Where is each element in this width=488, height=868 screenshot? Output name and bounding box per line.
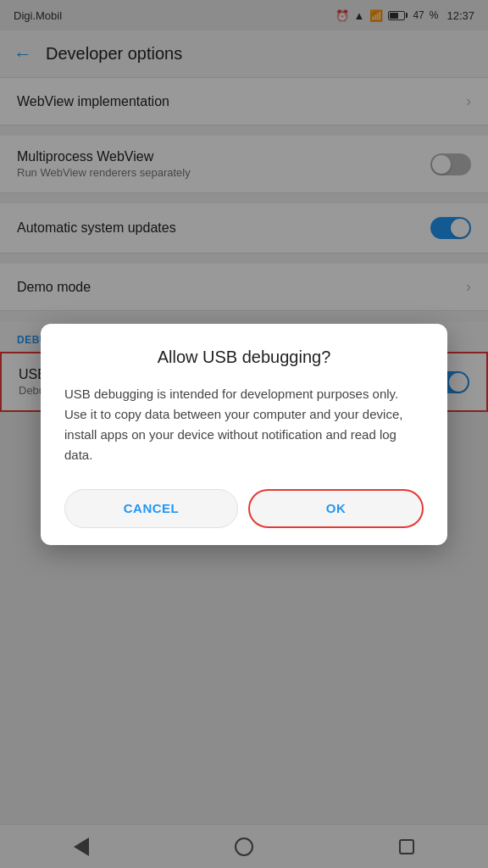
dialog-body: USB debugging is intended for developmen… bbox=[64, 384, 424, 465]
dialog: Allow USB debugging? USB debugging is in… bbox=[41, 324, 447, 545]
cancel-button[interactable]: CANCEL bbox=[64, 489, 238, 528]
dialog-overlay: Allow USB debugging? USB debugging is in… bbox=[0, 0, 488, 868]
dialog-buttons: CANCEL OK bbox=[64, 489, 424, 528]
ok-button[interactable]: OK bbox=[248, 489, 424, 528]
dialog-title: Allow USB debugging? bbox=[64, 348, 424, 367]
